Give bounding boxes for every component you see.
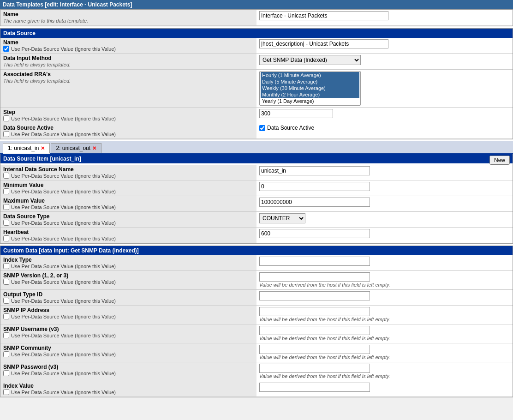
snmp-username-checkbox-label: Use Per-Data Source Value (Ignore this V… — [11, 333, 116, 338]
snmp-community-row: SNMP Community Use Per-Data Source Value… — [0, 343, 513, 362]
custom-data-section: Custom Data [data input: Get SNMP Data (… — [0, 246, 513, 397]
ds-active-label: Data Source Active — [3, 125, 254, 131]
tabs-bar: 1: unicast_in ✕ 2: unicast_out ✕ — [0, 141, 513, 154]
index-value-input[interactable] — [259, 383, 370, 392]
ds-type-row: Data Source Type Use Per-Data Source Val… — [0, 212, 513, 228]
max-value-checkbox[interactable] — [3, 204, 9, 210]
output-type-label: Output Type ID — [3, 291, 254, 298]
snmp-ip-input[interactable] — [259, 307, 370, 316]
step-input[interactable] — [259, 109, 333, 118]
internal-ds-name-row: Internal Data Source Name Use Per-Data S… — [0, 165, 513, 180]
snmp-ip-note: Value will be derived from the host if t… — [259, 317, 390, 322]
snmp-ip-label: SNMP IP Address — [3, 307, 254, 313]
index-type-label: Index Type — [3, 257, 254, 263]
rra-option-monthly[interactable]: Monthly (2 Hour Average) — [261, 91, 359, 98]
rra-label: Associated RRA's — [3, 71, 254, 78]
snmp-community-checkbox[interactable] — [3, 351, 9, 357]
ds-name-input[interactable] — [259, 39, 388, 48]
index-value-checkbox[interactable] — [3, 389, 9, 395]
snmp-password-label: SNMP Password (v3) — [3, 364, 254, 370]
snmp-version-checkbox[interactable] — [3, 279, 9, 285]
ds-name-label: Name — [3, 39, 254, 46]
output-type-row: Output Type ID Use Per-Data Source Value… — [0, 290, 513, 306]
snmp-username-note: Value will be derived from the host if t… — [259, 336, 390, 341]
name-field-subtitle: The name given to this data template. — [3, 18, 88, 24]
output-type-input[interactable] — [259, 291, 370, 300]
ds-active-checkbox[interactable] — [3, 131, 9, 137]
ds-active-value-checkbox[interactable] — [259, 125, 265, 131]
ds-item-header: Data Source Item [unicast_in] New — [0, 154, 513, 163]
ds-type-label: Data Source Type — [3, 213, 254, 220]
name-label-cell: Name The name given to this data templat… — [0, 10, 256, 26]
tab-unicast-in[interactable]: 1: unicast_in ✕ — [3, 143, 50, 154]
index-type-input[interactable] — [259, 257, 370, 266]
snmp-password-input[interactable] — [259, 364, 370, 373]
heartbeat-row: Heartbeat Use Per-Data Source Value (Ign… — [0, 228, 513, 243]
snmp-version-row: SNMP Version (1, 2, or 3) Use Per-Data S… — [0, 271, 513, 290]
snmp-version-label: SNMP Version (1, 2, or 3) — [3, 272, 254, 279]
ds-name-checkbox-label: Use Per-Data Source Value (Ignore this V… — [11, 46, 116, 52]
heartbeat-checkbox[interactable] — [3, 235, 9, 241]
rra-option-hourly[interactable]: Hourly (1 Minute Average) — [261, 72, 359, 78]
name-field-title: Name — [3, 11, 254, 18]
ds-type-select-wrapper: COUNTER GAUGE DERIVE ABSOLUTE — [259, 213, 305, 223]
snmp-version-input[interactable] — [259, 272, 370, 282]
snmp-version-note: Value will be derived from the host if t… — [259, 282, 390, 288]
max-value-checkbox-label: Use Per-Data Source Value (Ignore this V… — [11, 204, 116, 210]
step-checkbox[interactable] — [3, 115, 9, 121]
snmp-ip-checkbox[interactable] — [3, 313, 9, 319]
custom-data-header: Custom Data [data input: Get SNMP Data (… — [0, 246, 513, 255]
snmp-ip-checkbox-label: Use Per-Data Source Value (Ignore this V… — [11, 314, 116, 319]
min-value-checkbox-label: Use Per-Data Source Value (Ignore this V… — [11, 189, 116, 194]
ds-name-checkbox[interactable] — [3, 46, 9, 52]
heartbeat-input[interactable] — [259, 229, 370, 238]
step-label: Step — [3, 109, 254, 115]
snmp-username-input[interactable] — [259, 326, 370, 335]
data-source-header: Data Source — [0, 29, 513, 38]
heartbeat-checkbox-label: Use Per-Data Source Value (Ignore this V… — [11, 236, 116, 241]
output-type-checkbox[interactable] — [3, 298, 9, 304]
index-type-checkbox[interactable] — [3, 263, 9, 269]
step-checkbox-label: Use Per-Data Source Value (Ignore this V… — [11, 116, 116, 121]
snmp-ip-row: SNMP IP Address Use Per-Data Source Valu… — [0, 306, 513, 324]
min-value-input[interactable] — [259, 182, 370, 191]
tab-unicast-in-close[interactable]: ✕ — [41, 145, 45, 151]
data-input-label: Data Input Method — [3, 55, 254, 61]
max-value-input[interactable] — [259, 198, 370, 207]
data-input-select[interactable]: Get SNMP Data (Indexed) — [259, 55, 361, 65]
rra-option-yearly[interactable]: Yearly (1 Day Average) — [261, 98, 359, 104]
custom-data-table: Index Type Use Per-Data Source Value (Ig… — [0, 255, 513, 397]
page-title-bar: Data Templates [edit: Interface - Unicas… — [0, 0, 513, 9]
tab-unicast-out-close[interactable]: ✕ — [92, 145, 96, 151]
rra-option-weekly[interactable]: Weekly (30 Minute Average) — [261, 85, 359, 91]
name-input[interactable] — [259, 11, 388, 20]
max-value-label: Maximum Value — [3, 198, 254, 204]
min-value-label: Minimum Value — [3, 182, 254, 188]
ds-item-section: Data Source Item [unicast_in] New Intern… — [0, 154, 513, 244]
internal-ds-name-input[interactable] — [259, 166, 370, 175]
snmp-community-label: SNMP Community — [3, 345, 254, 351]
rra-row: Associated RRA's This field is always te… — [0, 70, 513, 108]
tab-unicast-out-label: 2: unicast_out — [56, 145, 90, 151]
snmp-community-input[interactable] — [259, 345, 370, 354]
new-button[interactable]: New — [489, 156, 510, 165]
snmp-username-checkbox[interactable] — [3, 332, 9, 338]
snmp-username-label: SNMP Username (v3) — [3, 326, 254, 332]
ds-type-checkbox[interactable] — [3, 220, 9, 226]
snmp-password-checkbox[interactable] — [3, 370, 9, 376]
tab-unicast-out[interactable]: 2: unicast_out ✕ — [51, 143, 101, 153]
index-type-checkbox-label: Use Per-Data Source Value (Ignore this V… — [11, 264, 116, 269]
rra-option-daily[interactable]: Daily (5 Minute Average) — [261, 78, 359, 85]
internal-ds-name-checkbox-label: Use Per-Data Source Value (Ignore this V… — [11, 173, 116, 179]
min-value-checkbox[interactable] — [3, 188, 9, 194]
name-section: Name The name given to this data templat… — [0, 9, 513, 26]
page-title: Data Templates [edit: Interface - Unicas… — [3, 1, 132, 8]
data-source-section: Data Source Name Use Per-Data Source Val… — [0, 28, 513, 139]
ds-type-select[interactable]: COUNTER GAUGE DERIVE ABSOLUTE — [259, 213, 305, 223]
step-row: Step Use Per-Data Source Value (Ignore t… — [0, 108, 513, 123]
internal-ds-name-checkbox[interactable] — [3, 173, 9, 179]
snmp-username-row: SNMP Username (v3) Use Per-Data Source V… — [0, 324, 513, 343]
rra-listbox[interactable]: Hourly (1 Minute Average) Daily (5 Minut… — [259, 71, 361, 106]
snmp-community-note: Value will be derived from the host if t… — [259, 354, 390, 360]
name-value-cell — [256, 10, 513, 26]
